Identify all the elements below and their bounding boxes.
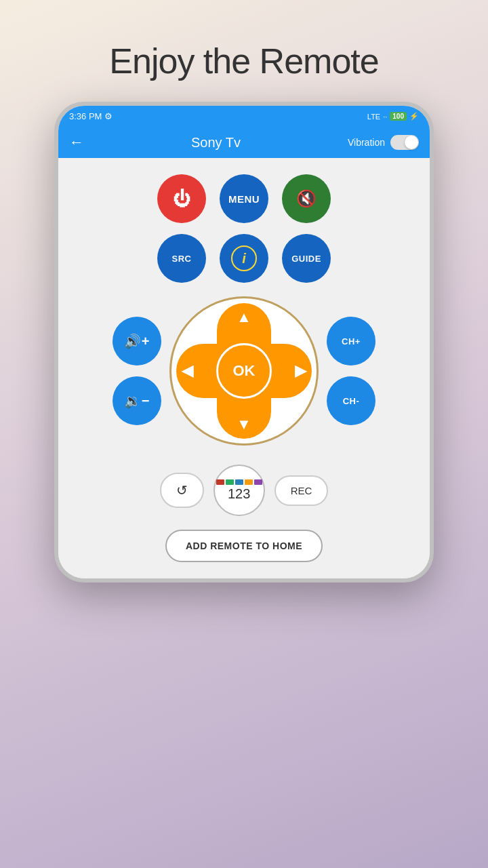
- volume-down-icon: 🔉−: [124, 393, 150, 409]
- device-name-label: Sony Tv: [191, 135, 241, 151]
- purple-color-btn: [254, 479, 262, 485]
- status-bar: 3:36 PM ⚙ LTE ·· 100 ⚡: [58, 106, 430, 127]
- red-color-btn: [216, 479, 224, 485]
- battery-level: 100: [390, 112, 407, 121]
- rec-button[interactable]: REC: [274, 475, 329, 506]
- status-time: 3:36 PM ⚙: [69, 111, 113, 121]
- time-display: 3:36 PM: [69, 111, 102, 121]
- dpad: ▲ ▼ ◀ ▶ OK: [169, 296, 319, 446]
- ok-button[interactable]: OK: [216, 343, 272, 399]
- number-pad-button[interactable]: 123: [214, 465, 265, 516]
- back-button[interactable]: ←: [69, 134, 84, 151]
- second-button-row: SRC i GUIDE: [157, 234, 331, 283]
- top-nav-bar: ← Sony Tv Vibration: [58, 127, 430, 158]
- add-remote-to-home-button[interactable]: ADD REMOTE TO HOME: [165, 530, 323, 562]
- signal-dots: ··: [383, 113, 387, 121]
- back-action-icon: ↺: [176, 482, 188, 498]
- vibration-label: Vibration: [348, 137, 385, 148]
- src-button[interactable]: SRC: [157, 234, 206, 283]
- guide-button[interactable]: GUIDE: [282, 234, 331, 283]
- color-strip: [216, 479, 262, 485]
- left-arrow-icon: ◀: [182, 362, 193, 380]
- channel-controls: CH+ CH-: [327, 317, 375, 425]
- rec-label: REC: [291, 485, 312, 496]
- page-title: Enjoy the Remote: [109, 41, 378, 81]
- action-button-row: ↺ 123 REC: [160, 465, 329, 516]
- phone-shell: 3:36 PM ⚙ LTE ·· 100 ⚡ ← Sony Tv Vibrati…: [54, 102, 434, 583]
- up-arrow-icon: ▲: [237, 309, 251, 326]
- lte-icon: LTE: [367, 113, 380, 121]
- phone-inner: 3:36 PM ⚙ LTE ·· 100 ⚡ ← Sony Tv Vibrati…: [58, 106, 430, 578]
- remote-body: ⏻ MENU 🔇 SRC i GUIDE 🔊+: [58, 158, 430, 578]
- volume-controls: 🔊+ 🔉−: [113, 317, 161, 425]
- vibration-control: Vibration: [348, 135, 419, 150]
- toggle-knob: [405, 136, 418, 149]
- status-right: LTE ·· 100 ⚡: [367, 112, 419, 121]
- info-icon: i: [231, 245, 257, 271]
- ok-label: OK: [233, 362, 256, 380]
- volume-down-button[interactable]: 🔉−: [113, 376, 161, 425]
- number-label: 123: [228, 486, 250, 502]
- power-button[interactable]: ⏻: [157, 174, 206, 223]
- mute-icon: 🔇: [296, 189, 317, 208]
- yellow-color-btn: [245, 479, 253, 485]
- gear-icon: ⚙: [104, 111, 113, 121]
- down-arrow-icon: ▼: [237, 416, 251, 433]
- mute-button[interactable]: 🔇: [282, 174, 331, 223]
- channel-down-button[interactable]: CH-: [327, 376, 375, 425]
- volume-up-button[interactable]: 🔊+: [113, 317, 161, 366]
- charging-icon: ⚡: [409, 112, 419, 121]
- power-icon: ⏻: [173, 189, 191, 210]
- blue-color-btn: [235, 479, 243, 485]
- info-button[interactable]: i: [220, 234, 268, 283]
- right-arrow-icon: ▶: [295, 362, 306, 380]
- menu-button[interactable]: MENU: [220, 174, 268, 223]
- volume-up-icon: 🔊+: [124, 333, 150, 349]
- top-button-row: ⏻ MENU 🔇: [157, 174, 331, 223]
- green-color-btn: [226, 479, 234, 485]
- vibration-toggle-switch[interactable]: [390, 135, 419, 150]
- back-action-button[interactable]: ↺: [160, 473, 204, 508]
- channel-up-button[interactable]: CH+: [327, 317, 375, 366]
- dpad-area: 🔊+ 🔉− ▲ ▼ ◀: [113, 296, 375, 446]
